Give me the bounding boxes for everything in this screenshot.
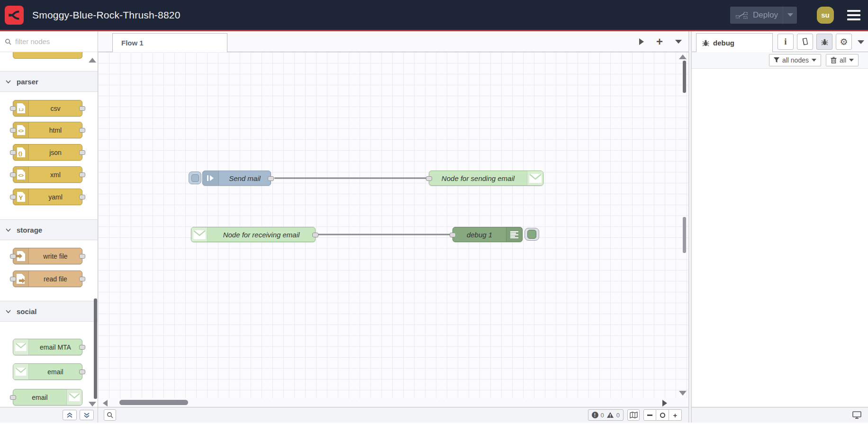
debug-filter-label: all nodes (782, 56, 809, 64)
node-send-mail[interactable]: Send mail (202, 171, 271, 186)
help-tab-button[interactable] (797, 34, 813, 50)
svg-text:1,2: 1,2 (18, 108, 24, 112)
palette-category-parser[interactable]: parser (0, 71, 98, 92)
canvas-hscrollbar-thumb[interactable] (119, 400, 188, 405)
palette-scrollbar-thumb[interactable] (94, 298, 97, 399)
chevron-down-icon (6, 310, 11, 313)
chevron-down-icon (849, 59, 854, 62)
palette-node-label: html (29, 122, 82, 138)
input-port[interactable] (450, 233, 456, 237)
palette-scroll-area[interactable]: parser 1,2 csv <> html {} (0, 52, 98, 407)
book-icon (801, 38, 809, 45)
deploy-options-button[interactable] (783, 7, 797, 24)
palette-node-xml[interactable]: <> xml (13, 166, 82, 183)
palette-node-write-file[interactable]: write file (13, 248, 82, 264)
palette-node-label: csv (29, 100, 82, 116)
palette-node-partial[interactable] (13, 52, 82, 59)
palette-scroll-down-icon[interactable] (89, 402, 96, 406)
canvas-scroll-left-icon[interactable] (103, 400, 108, 406)
zoom-out-button[interactable] (643, 409, 656, 421)
chevron-down-icon (6, 80, 11, 83)
palette-node-email-mta[interactable]: email MTA (13, 339, 82, 355)
palette-scroll-up-icon[interactable] (89, 58, 96, 63)
debug-messages-panel[interactable] (692, 69, 868, 407)
sidebar-menu-chevron-icon[interactable] (858, 40, 864, 44)
flow-tabbar: Flow 1 + (98, 31, 688, 52)
palette-filter-input[interactable] (15, 37, 86, 45)
node-label: debug 1 (453, 227, 506, 242)
envelope-icon (527, 171, 543, 185)
palette-node-csv[interactable]: 1,2 csv (13, 100, 82, 117)
input-port (10, 277, 16, 281)
palette-node-html[interactable]: <> html (13, 122, 82, 138)
flow-list-chevron-icon[interactable] (675, 40, 682, 44)
palette-node-label: write file (29, 248, 82, 264)
output-port[interactable] (268, 176, 274, 181)
palette-category-social[interactable]: social (0, 301, 98, 322)
add-flow-button[interactable]: + (656, 36, 663, 47)
collapse-all-categories-button[interactable] (63, 410, 77, 420)
error-icon: ! (592, 412, 598, 418)
warning-icon (606, 412, 614, 418)
info-tab-button[interactable]: i (778, 34, 794, 50)
node-for-sending-email[interactable]: Node for sending email (429, 171, 543, 186)
tab-debug[interactable]: debug (696, 33, 773, 52)
palette-node-json[interactable]: {} json (13, 144, 82, 161)
open-in-window-icon[interactable] (852, 411, 861, 419)
canvas-scroll-right-icon[interactable] (662, 400, 667, 406)
tab-flow-1[interactable]: Flow 1 (112, 33, 227, 52)
expand-all-categories-button[interactable] (80, 410, 94, 420)
input-port (10, 106, 16, 111)
deploy-label: Deploy (753, 10, 778, 20)
inject-icon (203, 171, 219, 185)
sidebar-footer (692, 407, 868, 423)
canvas-hscrollbar[interactable] (98, 398, 688, 407)
header: Smoggy-Blue-Rock-Thrush-8820 Deploy su (0, 0, 868, 31)
canvas-scroll-up-icon[interactable] (679, 54, 687, 59)
debug-clear-label: all (840, 56, 846, 64)
map-icon (630, 412, 638, 418)
envelope-icon (13, 339, 29, 355)
sidebar-resize-handle[interactable] (688, 31, 692, 423)
output-port (79, 128, 85, 133)
zoom-reset-button[interactable] (656, 409, 669, 421)
canvas-vscrollbar-thumb2[interactable] (683, 217, 686, 253)
category-label: social (17, 307, 37, 316)
envelope-icon (13, 364, 29, 379)
flow-canvas[interactable]: Send mail Node for sending email Node fo… (98, 52, 688, 398)
notification-counts[interactable]: ! 0 0 (588, 409, 624, 421)
palette-node-email-in[interactable]: email (13, 363, 82, 380)
search-flows-button[interactable] (104, 409, 116, 421)
main-menu-button[interactable] (847, 10, 860, 20)
node-for-receiving-email[interactable]: Node for receiving email (191, 227, 316, 242)
user-avatar[interactable]: su (817, 7, 834, 24)
canvas-scroll-down-icon[interactable] (679, 391, 687, 396)
zoom-in-button[interactable]: + (669, 409, 682, 421)
next-flow-icon[interactable] (639, 38, 644, 45)
debug-clear-button[interactable]: all (826, 54, 859, 66)
debug-tab-button[interactable] (816, 34, 832, 50)
navigator-button[interactable] (627, 409, 640, 421)
debug-toggle-button[interactable] (524, 228, 539, 241)
output-port[interactable] (312, 233, 318, 237)
output-port (79, 150, 85, 155)
palette-node-label: email MTA (29, 339, 82, 355)
debug-toolbar: all nodes all (692, 52, 868, 69)
node-debug-1[interactable]: debug 1 (452, 227, 523, 242)
palette-node-yaml[interactable]: Y yaml (13, 189, 82, 205)
config-tab-button[interactable]: ⚙ (836, 34, 852, 50)
output-port (79, 172, 85, 177)
error-count: 0 (601, 412, 604, 419)
palette-node-read-file[interactable]: read file (13, 271, 82, 287)
palette-node-email-out[interactable]: email (13, 389, 82, 406)
chevron-down-icon (812, 59, 816, 62)
palette-category-storage[interactable]: storage (0, 219, 98, 240)
palette-node-label: email (13, 389, 66, 405)
canvas-vscrollbar-thumb[interactable] (683, 61, 686, 93)
deploy-button[interactable]: Deploy (730, 7, 797, 24)
input-port (10, 254, 16, 259)
inject-button[interactable] (189, 171, 201, 184)
node-label: Send mail (219, 171, 271, 185)
debug-filter-button[interactable]: all nodes (769, 54, 821, 66)
input-port[interactable] (426, 176, 432, 181)
